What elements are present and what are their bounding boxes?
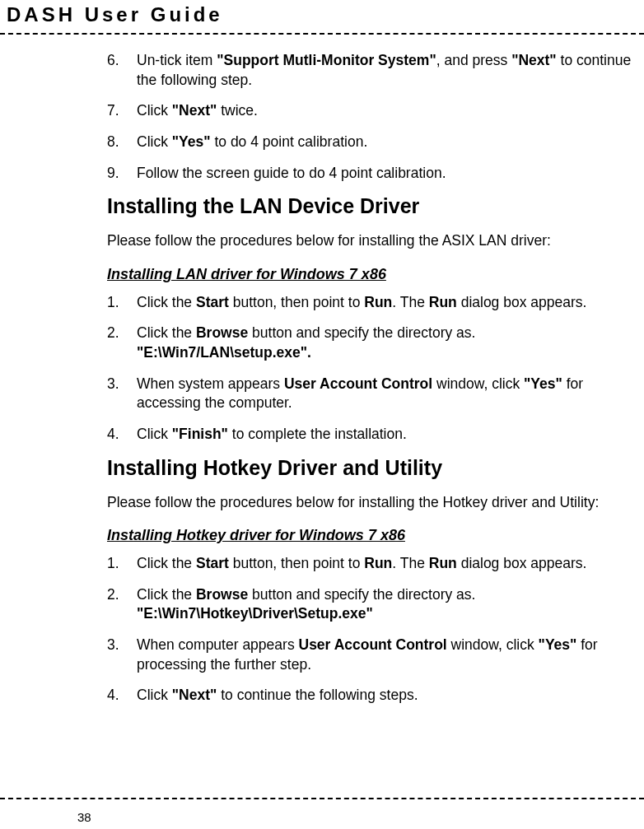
item-number: 1. [107, 554, 137, 574]
item-number: 3. [107, 375, 137, 413]
item-body: Follow the screen guide to do 4 point ca… [137, 164, 637, 184]
list-item: 4. Click "Next" to continue the followin… [107, 686, 637, 706]
page-content: 6. Un-tick item "Support Mutli-Monitor S… [0, 35, 644, 725]
list-item: 1. Click the Start button, then point to… [107, 293, 637, 313]
sub-heading-lan-win7: Installing LAN driver for Windows 7 x86 [107, 266, 637, 283]
item-body: Click the Browse button and specify the … [137, 585, 637, 624]
item-number: 4. [107, 686, 137, 706]
sub-heading-hotkey-win7: Installing Hotkey driver for Windows 7 x… [107, 527, 637, 544]
list-item: 3. When system appears User Account Cont… [107, 375, 637, 413]
item-body: Click "Finish" to complete the installat… [137, 425, 637, 445]
section-heading-hotkey: Installing Hotkey Driver and Utility [107, 456, 637, 480]
item-number: 3. [107, 636, 137, 674]
list-item: 1. Click the Start button, then point to… [107, 554, 637, 574]
item-number: 8. [107, 133, 137, 152]
item-body: Click "Next" twice. [137, 101, 637, 121]
item-number: 6. [107, 51, 137, 90]
item-body: Click the Start button, then point to Ru… [137, 554, 637, 574]
item-number: 9. [107, 164, 137, 184]
step-list-lan: 1. Click the Start button, then point to… [107, 293, 637, 445]
list-item: 2. Click the Browse button and specify t… [107, 585, 637, 624]
item-number: 1. [107, 293, 137, 313]
item-number: 2. [107, 585, 137, 624]
item-body: Click "Yes" to do 4 point calibration. [137, 133, 637, 152]
page-header-title: DASH User Guide [0, 0, 644, 33]
item-body: Un-tick item "Support Mutli-Monitor Syst… [137, 51, 637, 90]
list-item: 4. Click "Finish" to complete the instal… [107, 425, 637, 445]
list-item: 8. Click "Yes" to do 4 point calibration… [107, 133, 637, 152]
item-body: When system appears User Account Control… [137, 375, 637, 413]
item-body: Click the Start button, then point to Ru… [137, 293, 637, 313]
section-heading-lan: Installing the LAN Device Driver [107, 194, 637, 218]
item-number: 7. [107, 101, 137, 121]
divider-bottom [0, 798, 644, 799]
list-item: 7. Click "Next" twice. [107, 101, 637, 121]
page-number: 38 [77, 810, 91, 824]
step-list-continued: 6. Un-tick item "Support Mutli-Monitor S… [107, 51, 637, 183]
step-list-hotkey: 1. Click the Start button, then point to… [107, 554, 637, 706]
section-intro: Please follow the procedures below for i… [107, 493, 637, 513]
section-intro: Please follow the procedures below for i… [107, 231, 637, 251]
item-body: When computer appears User Account Contr… [137, 636, 637, 674]
list-item: 3. When computer appears User Account Co… [107, 636, 637, 674]
list-item: 2. Click the Browse button and specify t… [107, 324, 637, 362]
item-body: Click the Browse button and specify the … [137, 324, 637, 362]
list-item: 6. Un-tick item "Support Mutli-Monitor S… [107, 51, 637, 90]
item-body: Click "Next" to continue the following s… [137, 686, 637, 706]
item-number: 4. [107, 425, 137, 445]
list-item: 9. Follow the screen guide to do 4 point… [107, 164, 637, 184]
item-number: 2. [107, 324, 137, 362]
